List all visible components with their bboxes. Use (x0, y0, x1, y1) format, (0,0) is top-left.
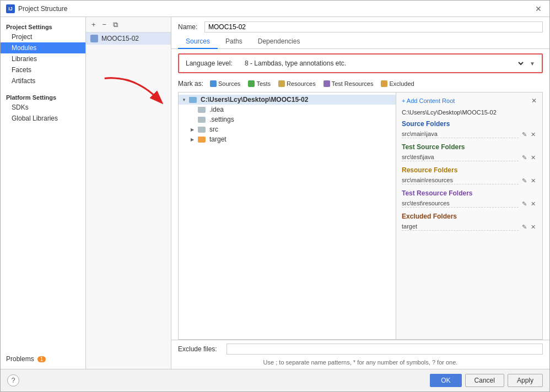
tree-item[interactable]: .settings (187, 115, 396, 124)
module-name: MOOC15-02 (101, 35, 139, 42)
edit-test-source-folder-button[interactable]: ✎ (521, 154, 528, 161)
resource-folder-row: src\main\resources ✎ ✕ (402, 176, 537, 185)
sidebar-item-modules[interactable]: Modules (1, 42, 85, 53)
remove-excluded-folder-button[interactable]: ✕ (530, 224, 537, 231)
tree-item[interactable]: ▶ target (187, 134, 396, 144)
folder-icon (198, 137, 206, 143)
module-toolbar: + − ⧉ (86, 17, 171, 32)
edit-resource-folder-button[interactable]: ✎ (521, 177, 528, 184)
title-bar: IJ Project Structure ✕ (1, 1, 549, 17)
add-module-button[interactable]: + (89, 19, 98, 30)
sidebar-item-project[interactable]: Project (1, 31, 85, 42)
file-tree: ▼ C:\Users\Lcy\Desktop\MOOC15-02 .idea (179, 92, 396, 339)
excluded-color-dot (381, 80, 387, 87)
remove-resource-folder-button[interactable]: ✕ (530, 177, 537, 184)
test-source-folder-path: src\test\java (402, 154, 519, 161)
excluded-folder-path: target (402, 223, 519, 231)
mark-test-resources-button[interactable]: Test Resources (321, 80, 376, 88)
sidebar-item-libraries[interactable]: Libraries (1, 53, 85, 64)
remove-source-folder-button[interactable]: ✕ (530, 131, 537, 138)
tab-dependencies[interactable]: Dependencies (250, 35, 308, 49)
info-close-button[interactable]: ✕ (531, 97, 537, 105)
copy-module-button[interactable]: ⧉ (111, 19, 120, 30)
help-button[interactable]: ? (7, 374, 19, 386)
test-source-folder-row: src\test\java ✎ ✕ (402, 153, 537, 162)
mark-resources-button[interactable]: Resources (276, 80, 318, 88)
tree-item[interactable]: .idea (187, 105, 396, 115)
sources-color-dot (210, 80, 217, 87)
mark-tests-button[interactable]: Tests (246, 80, 273, 88)
tab-paths[interactable]: Paths (218, 35, 250, 49)
right-panel: Name: Sources Paths Dependencies Languag… (171, 17, 549, 369)
sidebar-item-problems[interactable]: Problems 1 (1, 353, 85, 364)
folder-icon (198, 127, 206, 133)
excluded-folders-title: Excluded Folders (402, 213, 537, 220)
source-folder-row: src\main\java ✎ ✕ (402, 130, 537, 139)
tree-item[interactable]: ▶ src (187, 124, 396, 134)
bottom-bar: ? OK Cancel Apply (1, 369, 549, 391)
mark-as-label: Mark as: (178, 80, 203, 88)
test-source-folders-title: Test Source Folders (402, 143, 537, 151)
module-item[interactable]: MOOC15-02 (86, 32, 171, 45)
tab-sources[interactable]: Sources (178, 35, 218, 49)
name-label: Name: (178, 23, 200, 31)
app-icon: IJ (6, 4, 15, 13)
tree-root-item[interactable]: ▼ C:\Users\Lcy\Desktop\MOOC15-02 (179, 95, 396, 105)
remove-test-source-folder-button[interactable]: ✕ (530, 154, 537, 161)
edit-test-resource-folder-button[interactable]: ✎ (521, 200, 528, 208)
cancel-button[interactable]: Cancel (465, 374, 504, 387)
exclude-files-input[interactable] (227, 344, 543, 355)
name-row: Name: (171, 17, 549, 35)
mark-excluded-button[interactable]: Excluded (379, 80, 416, 88)
dropdown-arrow-icon: ▼ (530, 61, 535, 67)
edit-excluded-folder-button[interactable]: ✎ (521, 224, 528, 231)
language-select[interactable]: 8 - Lambdas, type annotations etc. (242, 59, 525, 68)
remove-test-resource-folder-button[interactable]: ✕ (530, 200, 537, 208)
apply-button[interactable]: Apply (508, 374, 543, 387)
close-button[interactable]: ✕ (533, 4, 544, 14)
tabs-row: Sources Paths Dependencies (171, 35, 549, 49)
info-panel: + Add Content Root ✕ C:\Users\Lcy\Deskto… (396, 92, 542, 339)
module-list-panel: + − ⧉ MOOC15-02 (86, 17, 171, 369)
folder-icon (198, 117, 206, 123)
resource-folder-path: src\main\resources (402, 177, 519, 184)
language-level-row: Language level: 8 - Lambdas, type annota… (178, 53, 543, 73)
test-resource-folders-section: Test Resource Folders src\test\resources… (402, 189, 537, 208)
action-buttons: OK Cancel Apply (430, 374, 543, 387)
add-content-root-button[interactable]: + Add Content Root (402, 97, 455, 104)
module-icon (90, 35, 98, 42)
project-settings-label: Project Settings (1, 21, 85, 31)
test-resources-color-dot (323, 80, 330, 87)
tree-expand-arrow: ▼ (182, 97, 187, 102)
root-folder-icon (189, 97, 197, 103)
content-area: ▼ C:\Users\Lcy\Desktop\MOOC15-02 .idea (178, 92, 543, 340)
folder-icon (198, 107, 206, 113)
module-name-input[interactable] (204, 21, 543, 32)
resources-color-dot (278, 80, 285, 87)
test-resource-folders-title: Test Resource Folders (402, 189, 537, 197)
sidebar-item-global-libraries[interactable]: Global Libraries (1, 113, 85, 124)
resource-folders-title: Resource Folders (402, 166, 537, 174)
resource-folders-section: Resource Folders src\main\resources ✎ ✕ (402, 166, 537, 185)
test-source-folders-section: Test Source Folders src\test\java ✎ ✕ (402, 143, 537, 162)
test-resource-folder-row: src\test\resources ✎ ✕ (402, 199, 537, 208)
mark-sources-button[interactable]: Sources (208, 80, 242, 88)
sidebar-item-artifacts[interactable]: Artifacts (1, 75, 85, 86)
remove-module-button[interactable]: − (100, 19, 109, 30)
sidebar-item-facets[interactable]: Facets (1, 64, 85, 75)
test-resource-folder-path: src\test\resources (402, 200, 519, 208)
source-folder-path: src\main\java (402, 130, 519, 138)
root-path: C:\Users\Lcy\Desktop\MOOC15-02 (201, 96, 308, 104)
exclude-files-label: Exclude files: (178, 345, 222, 353)
language-label: Language level: (186, 59, 238, 67)
problems-badge: 1 (37, 356, 46, 362)
info-root-path: C:\Users\Lcy\Desktop\MOOC15-02 (402, 109, 537, 116)
excluded-folder-row: target ✎ ✕ (402, 222, 537, 231)
mark-as-row: Mark as: Sources Tests Resources Test Re… (171, 78, 549, 90)
source-folders-section: Source Folders src\main\java ✎ ✕ (402, 120, 537, 139)
ok-button[interactable]: OK (430, 374, 461, 387)
edit-source-folder-button[interactable]: ✎ (521, 131, 528, 138)
exclude-files-row: Exclude files: (171, 340, 549, 358)
sidebar-item-sdks[interactable]: SDKs (1, 102, 85, 113)
tests-color-dot (248, 80, 255, 87)
